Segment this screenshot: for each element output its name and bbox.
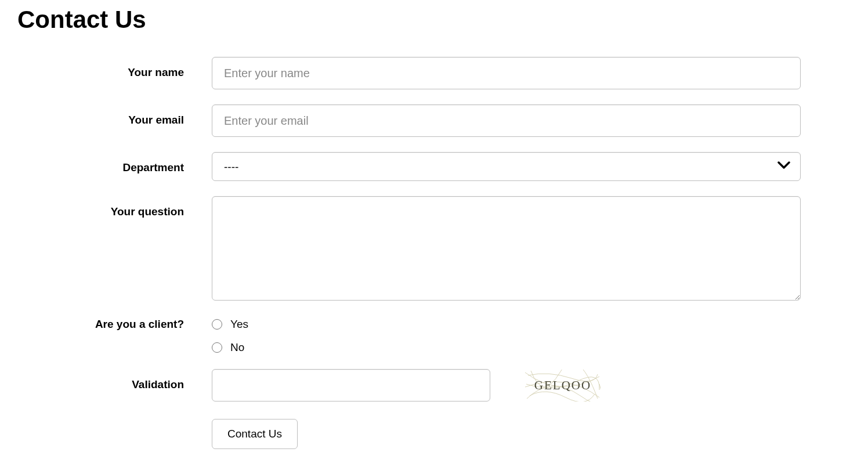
submit-button[interactable]: Contact Us <box>212 419 298 449</box>
client-label: Are you a client? <box>17 318 212 331</box>
validation-row: Validation GELQOO <box>17 369 851 401</box>
question-label: Your question <box>17 196 212 218</box>
email-input[interactable] <box>212 104 801 137</box>
name-input[interactable] <box>212 57 801 89</box>
email-row: Your email <box>17 104 851 137</box>
contact-form: Your name Your email Department ---- You… <box>17 57 851 449</box>
client-radio-yes-label: Yes <box>230 318 248 331</box>
department-row: Department ---- <box>17 152 851 181</box>
page-title: Contact Us <box>17 6 851 34</box>
client-radio-no-label: No <box>230 341 244 354</box>
validation-label: Validation <box>17 369 212 391</box>
name-row: Your name <box>17 57 851 89</box>
department-label: Department <box>17 152 212 174</box>
name-label: Your name <box>17 57 212 79</box>
email-label: Your email <box>17 104 212 126</box>
question-textarea[interactable] <box>212 196 801 301</box>
client-radio-group: Yes No <box>212 318 801 354</box>
department-select[interactable]: ---- <box>212 152 801 181</box>
client-row: Are you a client? Yes No <box>17 318 851 354</box>
client-radio-yes[interactable] <box>212 319 222 330</box>
validation-input[interactable] <box>212 369 490 401</box>
submit-row: Contact Us <box>17 419 851 449</box>
client-option-no[interactable]: No <box>212 341 801 354</box>
client-radio-no[interactable] <box>212 342 222 353</box>
captcha-image: GELQOO <box>525 370 601 401</box>
question-row: Your question <box>17 196 851 303</box>
captcha-text: GELQOO <box>534 378 591 393</box>
client-option-yes[interactable]: Yes <box>212 318 801 331</box>
